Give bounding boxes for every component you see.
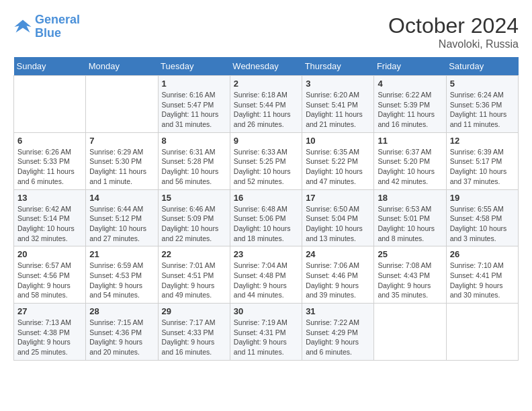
- day-number: 24: [306, 249, 370, 259]
- day-header-monday: Monday: [86, 57, 158, 76]
- calendar-cell: 15Sunrise: 6:46 AM Sunset: 5:09 PM Dayli…: [158, 189, 230, 246]
- calendar-cell: 26Sunrise: 7:10 AM Sunset: 4:41 PM Dayli…: [446, 246, 518, 304]
- day-info: Sunrise: 6:31 AM Sunset: 5:28 PM Dayligh…: [162, 147, 226, 187]
- calendar-cell: 12Sunrise: 6:39 AM Sunset: 5:17 PM Dayli…: [446, 132, 518, 189]
- day-number: 2: [234, 79, 298, 89]
- calendar-cell: 6Sunrise: 6:26 AM Sunset: 5:33 PM Daylig…: [14, 132, 86, 189]
- month-title: October 2024: [388, 13, 519, 38]
- day-info: Sunrise: 6:29 AM Sunset: 5:30 PM Dayligh…: [89, 147, 154, 187]
- day-info: Sunrise: 6:50 AM Sunset: 5:04 PM Dayligh…: [306, 204, 370, 244]
- calendar-cell: 7Sunrise: 6:29 AM Sunset: 5:30 PM Daylig…: [86, 132, 158, 189]
- title-block: October 2024 Navoloki, Russia: [388, 13, 519, 50]
- day-header-sunday: Sunday: [14, 57, 86, 76]
- day-info: Sunrise: 6:53 AM Sunset: 5:01 PM Dayligh…: [378, 204, 442, 244]
- day-header-wednesday: Wednesday: [230, 57, 302, 76]
- day-info: Sunrise: 7:01 AM Sunset: 4:51 PM Dayligh…: [162, 261, 226, 300]
- calendar-cell: [446, 304, 518, 361]
- day-number: 23: [234, 249, 298, 259]
- calendar-week-2: 6Sunrise: 6:26 AM Sunset: 5:33 PM Daylig…: [14, 132, 519, 189]
- day-number: 6: [17, 136, 82, 146]
- calendar-cell: 16Sunrise: 6:48 AM Sunset: 5:06 PM Dayli…: [230, 189, 302, 246]
- calendar-cell: 3Sunrise: 6:20 AM Sunset: 5:41 PM Daylig…: [302, 76, 374, 133]
- day-info: Sunrise: 6:55 AM Sunset: 4:58 PM Dayligh…: [450, 204, 515, 244]
- day-number: 12: [450, 136, 515, 146]
- calendar-body: 1Sunrise: 6:16 AM Sunset: 5:47 PM Daylig…: [14, 76, 519, 361]
- calendar-cell: 31Sunrise: 7:22 AM Sunset: 4:29 PM Dayli…: [302, 304, 374, 361]
- calendar-cell: 2Sunrise: 6:18 AM Sunset: 5:44 PM Daylig…: [230, 76, 302, 133]
- day-info: Sunrise: 6:48 AM Sunset: 5:06 PM Dayligh…: [234, 204, 298, 244]
- day-number: 19: [450, 193, 515, 203]
- calendar-cell: 28Sunrise: 7:15 AM Sunset: 4:36 PM Dayli…: [86, 304, 158, 361]
- day-info: Sunrise: 6:35 AM Sunset: 5:22 PM Dayligh…: [306, 147, 370, 187]
- day-info: Sunrise: 6:33 AM Sunset: 5:25 PM Dayligh…: [234, 147, 298, 187]
- day-number: 31: [306, 306, 370, 316]
- day-info: Sunrise: 6:42 AM Sunset: 5:14 PM Dayligh…: [17, 204, 82, 244]
- calendar-cell: 21Sunrise: 6:59 AM Sunset: 4:53 PM Dayli…: [86, 246, 158, 304]
- day-info: Sunrise: 6:59 AM Sunset: 4:53 PM Dayligh…: [89, 261, 154, 300]
- svg-marker-0: [14, 19, 31, 32]
- day-info: Sunrise: 6:18 AM Sunset: 5:44 PM Dayligh…: [234, 90, 298, 130]
- day-number: 16: [234, 193, 298, 203]
- calendar-cell: 18Sunrise: 6:53 AM Sunset: 5:01 PM Dayli…: [374, 189, 446, 246]
- day-number: 10: [306, 136, 370, 146]
- calendar-cell: 27Sunrise: 7:13 AM Sunset: 4:38 PM Dayli…: [14, 304, 86, 361]
- calendar-cell: 9Sunrise: 6:33 AM Sunset: 5:25 PM Daylig…: [230, 132, 302, 189]
- logo: General Blue: [13, 13, 80, 40]
- day-number: 3: [306, 79, 370, 89]
- day-info: Sunrise: 7:04 AM Sunset: 4:48 PM Dayligh…: [234, 261, 298, 300]
- logo-line1: General: [35, 13, 80, 26]
- logo-line2: Blue: [35, 26, 61, 40]
- calendar-cell: 10Sunrise: 6:35 AM Sunset: 5:22 PM Dayli…: [302, 132, 374, 189]
- day-number: 8: [162, 136, 226, 146]
- day-info: Sunrise: 7:17 AM Sunset: 4:33 PM Dayligh…: [162, 318, 226, 357]
- calendar-cell: [86, 76, 158, 133]
- day-info: Sunrise: 6:20 AM Sunset: 5:41 PM Dayligh…: [306, 90, 370, 130]
- day-info: Sunrise: 6:22 AM Sunset: 5:39 PM Dayligh…: [378, 90, 442, 130]
- page-header: General Blue October 2024 Navoloki, Russ…: [13, 13, 519, 50]
- calendar-cell: 22Sunrise: 7:01 AM Sunset: 4:51 PM Dayli…: [158, 246, 230, 304]
- calendar-week-5: 27Sunrise: 7:13 AM Sunset: 4:38 PM Dayli…: [14, 304, 519, 361]
- day-number: 11: [378, 136, 442, 146]
- day-number: 25: [378, 249, 442, 259]
- day-info: Sunrise: 7:22 AM Sunset: 4:29 PM Dayligh…: [306, 318, 370, 357]
- day-header-thursday: Thursday: [302, 57, 374, 76]
- logo-bird-icon: [13, 17, 32, 36]
- calendar-cell: 5Sunrise: 6:24 AM Sunset: 5:36 PM Daylig…: [446, 76, 518, 133]
- day-info: Sunrise: 7:15 AM Sunset: 4:36 PM Dayligh…: [89, 318, 154, 357]
- day-info: Sunrise: 7:19 AM Sunset: 4:31 PM Dayligh…: [234, 318, 298, 357]
- calendar-week-4: 20Sunrise: 6:57 AM Sunset: 4:56 PM Dayli…: [14, 246, 519, 304]
- day-info: Sunrise: 7:08 AM Sunset: 4:43 PM Dayligh…: [378, 261, 442, 300]
- day-number: 4: [378, 79, 442, 89]
- calendar-table: SundayMondayTuesdayWednesdayThursdayFrid…: [13, 57, 519, 361]
- calendar-cell: [374, 304, 446, 361]
- calendar-cell: 8Sunrise: 6:31 AM Sunset: 5:28 PM Daylig…: [158, 132, 230, 189]
- calendar-header-row: SundayMondayTuesdayWednesdayThursdayFrid…: [14, 57, 519, 76]
- day-info: Sunrise: 6:57 AM Sunset: 4:56 PM Dayligh…: [17, 261, 82, 300]
- day-info: Sunrise: 6:39 AM Sunset: 5:17 PM Dayligh…: [450, 147, 515, 187]
- calendar-cell: 20Sunrise: 6:57 AM Sunset: 4:56 PM Dayli…: [14, 246, 86, 304]
- day-info: Sunrise: 6:37 AM Sunset: 5:20 PM Dayligh…: [378, 147, 442, 187]
- day-info: Sunrise: 6:24 AM Sunset: 5:36 PM Dayligh…: [450, 90, 515, 130]
- calendar-cell: 13Sunrise: 6:42 AM Sunset: 5:14 PM Dayli…: [14, 189, 86, 246]
- day-number: 14: [89, 193, 154, 203]
- day-number: 17: [306, 193, 370, 203]
- day-number: 18: [378, 193, 442, 203]
- calendar-cell: 1Sunrise: 6:16 AM Sunset: 5:47 PM Daylig…: [158, 76, 230, 133]
- day-number: 21: [89, 249, 154, 259]
- day-info: Sunrise: 7:10 AM Sunset: 4:41 PM Dayligh…: [450, 261, 515, 300]
- day-info: Sunrise: 6:16 AM Sunset: 5:47 PM Dayligh…: [162, 90, 226, 130]
- calendar-cell: 19Sunrise: 6:55 AM Sunset: 4:58 PM Dayli…: [446, 189, 518, 246]
- day-header-tuesday: Tuesday: [158, 57, 230, 76]
- calendar-cell: 30Sunrise: 7:19 AM Sunset: 4:31 PM Dayli…: [230, 304, 302, 361]
- day-number: 1: [162, 79, 226, 89]
- calendar-cell: 11Sunrise: 6:37 AM Sunset: 5:20 PM Dayli…: [374, 132, 446, 189]
- day-number: 9: [234, 136, 298, 146]
- calendar-cell: 14Sunrise: 6:44 AM Sunset: 5:12 PM Dayli…: [86, 189, 158, 246]
- day-info: Sunrise: 6:46 AM Sunset: 5:09 PM Dayligh…: [162, 204, 226, 244]
- day-number: 20: [17, 249, 82, 259]
- calendar-cell: 4Sunrise: 6:22 AM Sunset: 5:39 PM Daylig…: [374, 76, 446, 133]
- logo-text: General Blue: [35, 13, 80, 40]
- calendar-cell: 25Sunrise: 7:08 AM Sunset: 4:43 PM Dayli…: [374, 246, 446, 304]
- day-number: 30: [234, 306, 298, 316]
- day-info: Sunrise: 6:26 AM Sunset: 5:33 PM Dayligh…: [17, 147, 82, 187]
